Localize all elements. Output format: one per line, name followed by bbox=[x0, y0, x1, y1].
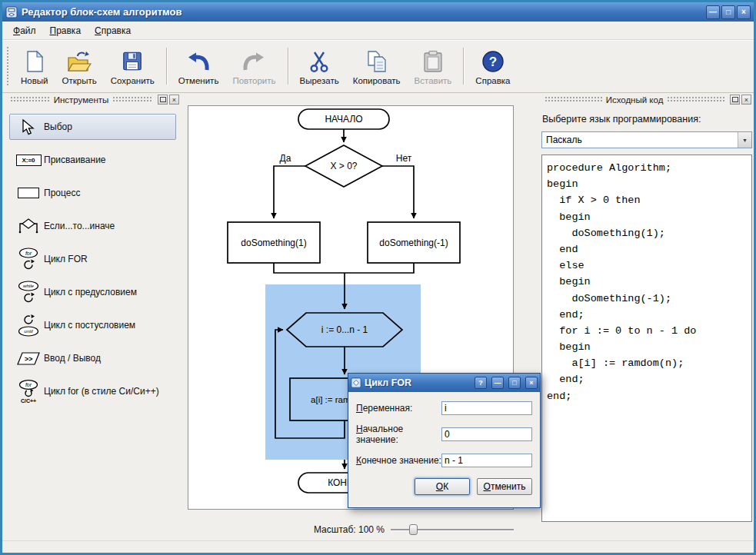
source-panel-header[interactable]: Исходный код × bbox=[538, 93, 754, 106]
dialog-icon bbox=[351, 377, 361, 388]
toolbar-separator bbox=[288, 48, 288, 85]
menu-help[interactable]: Справка bbox=[88, 23, 137, 38]
cancel-button[interactable]: Отменить bbox=[477, 478, 532, 495]
source-panel-body: Выберите язык программирования: Паскаль … bbox=[538, 106, 754, 522]
toolbar: Новый Открыть bbox=[2, 40, 754, 93]
zoom-label: Масштаб: 100 % bbox=[314, 524, 385, 535]
redo-icon bbox=[241, 49, 266, 74]
language-select[interactable]: Паскаль ▼ bbox=[541, 131, 752, 148]
end-value-label: Конечное значение: bbox=[356, 455, 441, 466]
close-button[interactable]: × bbox=[737, 5, 751, 19]
svg-text:while: while bbox=[23, 283, 35, 288]
copy-button[interactable]: Копировать bbox=[346, 46, 408, 87]
source-panel: Исходный код × Выберите язык программиро… bbox=[538, 93, 754, 536]
new-document-icon bbox=[24, 49, 45, 74]
toolbar-separator bbox=[463, 48, 464, 85]
help-button[interactable]: ? Справка bbox=[468, 46, 517, 87]
dialog-title: Цикл FOR bbox=[365, 377, 470, 388]
chevron-down-icon[interactable]: ▼ bbox=[738, 132, 751, 148]
open-button[interactable]: Открыть bbox=[55, 46, 104, 87]
dialog-minimize-button[interactable]: — bbox=[491, 377, 504, 389]
branch-yes-label: Да bbox=[280, 153, 291, 164]
open-folder-icon bbox=[67, 49, 92, 74]
end-value-input[interactable] bbox=[441, 454, 532, 467]
tool-c-for-loop[interactable]: for C/C++ Цикл for (в стиле Си/Си++) bbox=[9, 378, 176, 404]
condition-label: X > 0? bbox=[330, 161, 357, 171]
svg-text:>>: >> bbox=[25, 355, 33, 363]
menu-file[interactable]: Файл bbox=[7, 23, 42, 38]
then-node-label: doSomething(1) bbox=[241, 238, 306, 248]
source-code-view[interactable]: procedure Algorithm; begin if X > 0 then… bbox=[541, 155, 752, 522]
dialog-body: Переменная: Начальное значение: Конечное… bbox=[348, 392, 540, 501]
redo-button: Повторить bbox=[225, 46, 282, 87]
save-disk-icon bbox=[122, 49, 143, 74]
dock-grip bbox=[667, 96, 724, 103]
tool-while-loop[interactable]: while Цикл с предусловием bbox=[9, 279, 176, 305]
menu-edit[interactable]: Правка bbox=[44, 23, 88, 38]
close-panel-button[interactable]: × bbox=[741, 95, 751, 105]
while-loop-icon: while bbox=[13, 281, 44, 304]
svg-text:for: for bbox=[25, 382, 32, 387]
tools-panel-title: Инструменты bbox=[54, 95, 109, 105]
dialog-titlebar[interactable]: Цикл FOR ? — □ × bbox=[348, 374, 540, 392]
undo-button[interactable]: Отменить bbox=[172, 46, 226, 87]
svg-text:?: ? bbox=[489, 55, 497, 69]
dialog-help-button[interactable]: ? bbox=[475, 377, 487, 389]
zoom-slider-handle[interactable] bbox=[409, 524, 418, 535]
cut-button[interactable]: Вырезать bbox=[293, 46, 346, 87]
ok-button[interactable]: ОК bbox=[415, 478, 470, 495]
tool-assignment[interactable]: X:=0 Присваивание bbox=[9, 147, 176, 173]
dock-grip bbox=[545, 96, 602, 103]
source-panel-title: Исходный код bbox=[606, 95, 664, 105]
zoom-slider[interactable] bbox=[391, 524, 514, 535]
close-panel-button[interactable]: × bbox=[169, 95, 179, 105]
tools-panel: Инструменты × Выбор X:=0 bbox=[4, 93, 182, 536]
float-panel-button[interactable] bbox=[730, 95, 740, 105]
menubar: Файл Правка Справка bbox=[2, 22, 754, 40]
for-loop-dialog: Цикл FOR ? — □ × Переменная: Начальное з… bbox=[348, 373, 541, 508]
tool-if-else[interactable]: Если...то...иначе bbox=[9, 213, 176, 239]
for-loop-label: i := 0...n - 1 bbox=[321, 324, 368, 335]
assignment-icon: X:=0 bbox=[13, 155, 44, 166]
language-label: Выберите язык программирования: bbox=[542, 114, 752, 125]
io-icon: >> bbox=[13, 352, 44, 365]
tool-process[interactable]: Процесс bbox=[9, 180, 176, 206]
variable-input[interactable] bbox=[441, 401, 532, 415]
start-value-input[interactable] bbox=[441, 427, 532, 441]
minimize-button[interactable]: — bbox=[706, 5, 720, 19]
titlebar[interactable]: Редактор блок-схем алгоритмов — □ × bbox=[2, 2, 754, 22]
maximize-button[interactable]: □ bbox=[721, 5, 735, 19]
dock-grip bbox=[112, 96, 152, 103]
zoom-control: Масштаб: 100 % bbox=[188, 522, 514, 537]
tool-select[interactable]: Выбор bbox=[9, 114, 176, 140]
paste-button: Вставить bbox=[408, 46, 459, 87]
toolbar-separator bbox=[166, 48, 167, 85]
cursor-icon bbox=[13, 119, 44, 135]
svg-text:C/C++: C/C++ bbox=[21, 398, 36, 404]
else-node-label: doSomething(-1) bbox=[379, 238, 448, 248]
toolbar-handle[interactable] bbox=[6, 46, 10, 86]
copy-icon bbox=[365, 49, 388, 74]
new-button[interactable]: Новый bbox=[14, 46, 55, 87]
dock-grip bbox=[10, 96, 50, 103]
tool-io[interactable]: >> Ввод / Вывод bbox=[9, 345, 176, 371]
for-loop-icon: for bbox=[13, 248, 44, 271]
save-button[interactable]: Сохранить bbox=[104, 46, 162, 87]
start-value-label: Начальное значение: bbox=[356, 424, 441, 445]
process-icon bbox=[13, 188, 44, 198]
c-for-loop-icon: for C/C++ bbox=[13, 380, 44, 404]
language-value: Паскаль bbox=[542, 135, 738, 145]
paste-clipboard-icon bbox=[422, 49, 444, 74]
dialog-close-button[interactable]: × bbox=[525, 377, 538, 389]
branch-no-label: Нет bbox=[396, 153, 412, 164]
undo-icon bbox=[186, 49, 211, 74]
tools-panel-header[interactable]: Инструменты × bbox=[4, 93, 182, 106]
dialog-maximize-button[interactable]: □ bbox=[508, 377, 521, 389]
tool-for-loop[interactable]: for Цикл FOR bbox=[9, 246, 176, 272]
float-panel-button[interactable] bbox=[158, 95, 168, 105]
start-node-label: НАЧАЛО bbox=[325, 114, 362, 125]
tool-until-loop[interactable]: until Цикл с постусловием bbox=[9, 312, 176, 338]
until-loop-icon: until bbox=[13, 314, 44, 337]
statusbar bbox=[2, 540, 754, 553]
cut-scissors-icon bbox=[308, 49, 330, 74]
